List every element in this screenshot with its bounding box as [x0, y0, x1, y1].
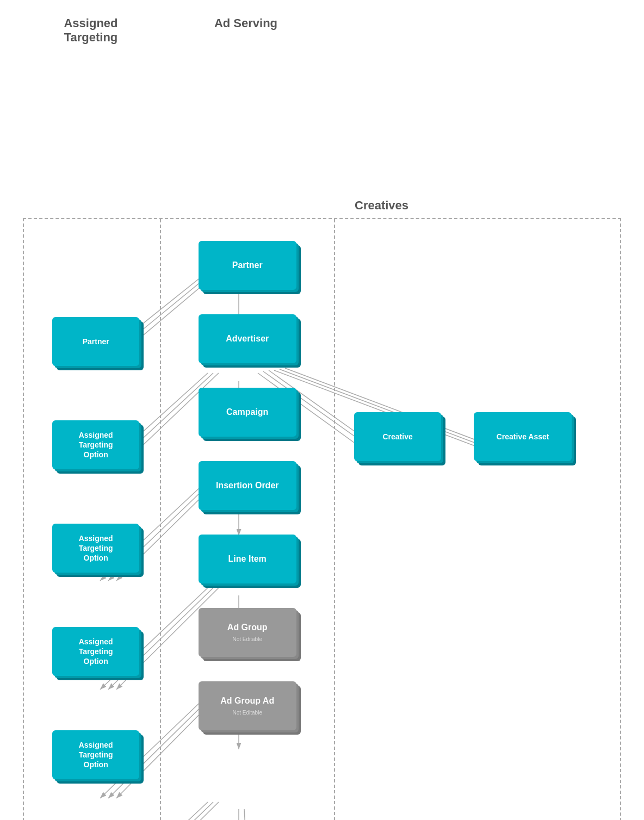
partner-stack: Partner: [199, 241, 296, 290]
line-item-stack: Line Item: [199, 535, 296, 583]
insertion-order-front: Insertion Order: [199, 461, 296, 510]
assigned-targeting-column: Partner AssignedTargetingOption Assigned…: [29, 230, 162, 820]
ato-3-front: AssignedTargetingOption: [52, 524, 139, 573]
creative-front: Creative: [354, 412, 441, 461]
ato-1-stack: Partner: [52, 317, 139, 366]
line-item-front: Line Item: [199, 535, 296, 583]
diagram-container: AssignedTargeting Ad Serving Creatives: [23, 11, 621, 820]
ato-5-front: AssignedTargetingOption: [52, 730, 139, 779]
ad-group-stack: Ad Group Not Editable: [199, 608, 296, 657]
ad-group-ad-not-editable: Not Editable: [232, 709, 262, 716]
creative-stack: Creative: [354, 412, 441, 461]
ato-4-stack: AssignedTargetingOption: [52, 627, 139, 676]
creatives-row: Creative Creative Asset: [354, 412, 572, 461]
ato-2-stack: AssignedTargetingOption: [52, 420, 139, 469]
diagram-body: Partner AssignedTargetingOption Assigned…: [23, 218, 621, 820]
ad-group-not-editable: Not Editable: [232, 636, 262, 643]
creative-asset-front: Creative Asset: [474, 412, 572, 461]
header-assigned-targeting: AssignedTargeting: [23, 16, 159, 213]
ato-4-front: AssignedTargetingOption: [52, 627, 139, 676]
ad-serving-column: Partner Advertiser Campaign Insertion Or…: [162, 230, 332, 820]
partner-front: Partner: [199, 241, 296, 290]
header-creatives: Creatives: [333, 16, 621, 213]
ato-5-stack: AssignedTargetingOption: [52, 730, 139, 779]
campaign-front: Campaign: [199, 388, 296, 437]
creatives-column: Creative Creative Asset: [332, 230, 615, 820]
advertiser-stack: Advertiser: [199, 314, 296, 363]
header-ad-serving: Ad Serving: [159, 16, 333, 213]
ato-1-front: Partner: [52, 317, 139, 366]
creative-asset-stack: Creative Asset: [474, 412, 572, 461]
column-headers: AssignedTargeting Ad Serving Creatives: [23, 16, 621, 213]
campaign-stack: Campaign: [199, 388, 296, 437]
advertiser-front: Advertiser: [199, 314, 296, 363]
insertion-order-stack: Insertion Order: [199, 461, 296, 510]
ad-group-ad-stack: Ad Group Ad Not Editable: [199, 681, 296, 730]
ato-2-front: AssignedTargetingOption: [52, 420, 139, 469]
ad-group-ad-front: Ad Group Ad Not Editable: [199, 681, 296, 730]
ato-3-stack: AssignedTargetingOption: [52, 524, 139, 573]
ad-group-front: Ad Group Not Editable: [199, 608, 296, 657]
